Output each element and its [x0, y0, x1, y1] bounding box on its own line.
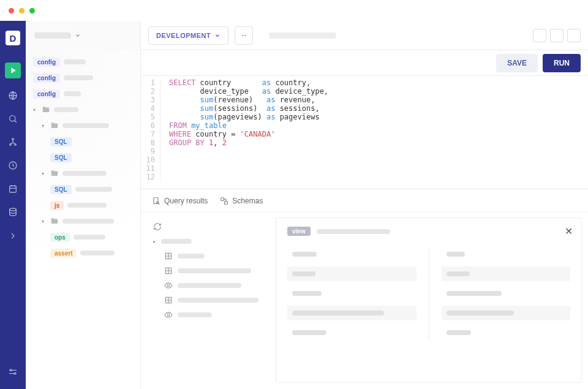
layout-view-1-button[interactable]: [533, 29, 546, 42]
nav-globe-icon[interactable]: [7, 89, 19, 102]
run-button[interactable]: RUN: [543, 54, 581, 72]
svg-rect-13: [221, 197, 224, 200]
tab-schemas[interactable]: Schemas: [220, 197, 263, 205]
window-minimize-dot[interactable]: [19, 8, 24, 13]
window-maximize-dot[interactable]: [29, 8, 35, 13]
svg-marker-0: [11, 67, 15, 73]
nav-history-icon[interactable]: [7, 159, 19, 172]
tree-item[interactable]: assert: [31, 245, 135, 261]
svg-point-17: [167, 284, 170, 287]
tree-item[interactable]: SQL: [31, 149, 135, 165]
nav-schedule-icon[interactable]: [7, 183, 19, 195]
app-logo[interactable]: D: [6, 31, 20, 45]
nav-collapse-icon[interactable]: [7, 230, 19, 242]
main-panel: DEVELOPMENT ·· SAVE RUN 123456789101112 …: [141, 21, 588, 389]
results-tree-item[interactable]: [147, 264, 270, 278]
editor-gutter: 123456789101112: [141, 78, 160, 181]
svg-point-2: [10, 116, 15, 121]
tree-item[interactable]: config: [31, 86, 135, 102]
results-tree-item[interactable]: [147, 279, 270, 292]
sql-editor[interactable]: 123456789101112 SELECT country as countr…: [141, 76, 588, 189]
nav-settings-icon[interactable]: [7, 366, 19, 378]
tree-item[interactable]: config: [31, 70, 135, 86]
action-bar: SAVE RUN: [141, 50, 588, 76]
nav-rail: D: [0, 21, 26, 389]
tree-item[interactable]: config: [31, 54, 135, 70]
results-tree-item[interactable]: [147, 308, 270, 322]
tree-item[interactable]: js: [31, 197, 135, 213]
chevron-down-icon: [214, 32, 221, 39]
file-tree: configconfigconfig▾▾SQLSQL▾SQLjs▾opsasse…: [26, 50, 140, 389]
svg-rect-14: [225, 201, 228, 204]
window-chrome: [0, 0, 588, 21]
results-detail-card: ✕ view: [276, 217, 582, 383]
results-tree-item[interactable]: ▸: [147, 235, 270, 248]
results-tree-item[interactable]: [147, 220, 270, 233]
results-tree-item[interactable]: [147, 249, 270, 263]
editor-code[interactable]: SELECT country as country, device_type a…: [160, 78, 328, 181]
svg-point-9: [10, 369, 12, 371]
tree-item[interactable]: ops: [31, 229, 135, 245]
tree-item[interactable]: SQL: [31, 134, 135, 149]
layout-view-3-button[interactable]: [567, 29, 581, 42]
results-tree-item[interactable]: [147, 293, 270, 307]
save-button[interactable]: SAVE: [496, 54, 538, 72]
environment-label: DEVELOPMENT: [156, 32, 211, 39]
results-tree: ▸: [147, 217, 270, 383]
tree-item[interactable]: ▾: [31, 118, 135, 134]
object-type-badge: view: [287, 227, 311, 236]
detail-grid: [287, 247, 570, 340]
tree-item[interactable]: ▾: [31, 165, 135, 181]
svg-rect-11: [154, 197, 158, 203]
chevron-down-icon: [75, 32, 81, 39]
more-menu-button[interactable]: ··: [235, 26, 253, 45]
topbar: DEVELOPMENT ··: [141, 21, 588, 50]
svg-point-19: [167, 314, 170, 316]
window-close-dot[interactable]: [9, 8, 14, 13]
results-panel: Query results Schemas ▸ ✕ view: [141, 189, 588, 389]
results-tabs: Query results Schemas: [141, 189, 588, 213]
breadcrumb-placeholder: [269, 32, 336, 39]
nav-search-icon[interactable]: [7, 113, 19, 125]
document-search-icon: [152, 197, 160, 205]
nav-graph-icon[interactable]: [7, 136, 19, 148]
tree-item[interactable]: ▾: [31, 102, 135, 118]
tab-query-results[interactable]: Query results: [152, 197, 208, 205]
file-tree-sidebar: configconfigconfig▾▾SQLSQL▾SQLjs▾opsasse…: [26, 21, 141, 389]
svg-point-8: [10, 208, 17, 211]
sidebar-header[interactable]: [26, 21, 140, 50]
tree-item[interactable]: SQL: [31, 181, 135, 197]
environment-dropdown[interactable]: DEVELOPMENT: [148, 26, 228, 45]
layout-view-2-button[interactable]: [550, 29, 564, 42]
tree-item[interactable]: ▾: [31, 213, 135, 229]
nav-database-icon[interactable]: [7, 206, 19, 218]
svg-rect-7: [10, 186, 17, 192]
svg-point-10: [14, 372, 16, 374]
nav-editor-icon[interactable]: [5, 62, 21, 78]
svg-point-3: [12, 138, 14, 140]
close-icon[interactable]: ✕: [565, 225, 573, 237]
schema-icon: [220, 197, 228, 205]
